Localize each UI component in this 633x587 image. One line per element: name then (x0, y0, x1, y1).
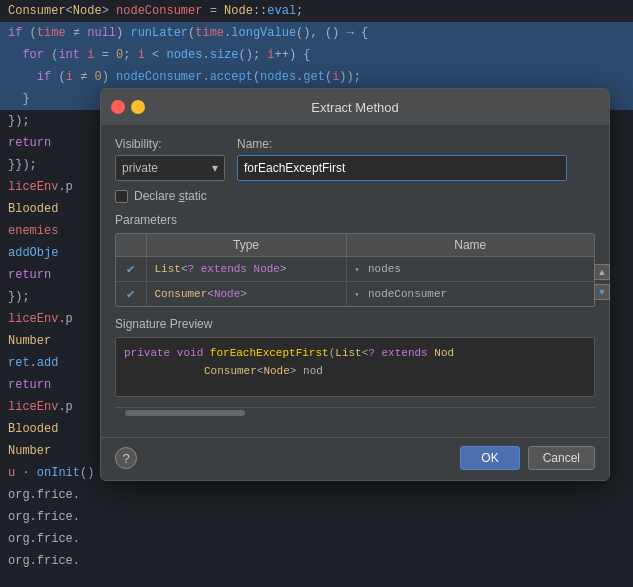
table-row: ✔ Consumer<Node> ▾ nodeConsumer (116, 282, 594, 307)
checkmark-icon: ✔ (127, 287, 135, 302)
code-line: org.frice. (0, 506, 633, 528)
code-line: if (i ≠ 0) nodeConsumer.accept(nodes.get… (0, 66, 633, 88)
col-checkbox (116, 234, 146, 257)
visibility-group: Visibility: private ▾ (115, 137, 225, 181)
field-row: Visibility: private ▾ Name: (115, 137, 595, 181)
help-button[interactable]: ? (115, 447, 137, 469)
scroll-down-button[interactable]: ▼ (594, 284, 610, 300)
row1-checkbox[interactable]: ✔ (116, 257, 146, 282)
dialog-footer: ? OK Cancel (101, 437, 609, 480)
dialog-body: Visibility: private ▾ Name: Declare stat… (101, 125, 609, 437)
code-line: for (int i = 0; i < nodes.size(); i++) { (0, 44, 633, 66)
name-group: Name: (237, 137, 567, 181)
cancel-button[interactable]: Cancel (528, 446, 595, 470)
close-button[interactable] (111, 100, 125, 114)
extract-method-dialog: Extract Method Visibility: private ▾ Nam… (100, 88, 610, 481)
sig-line-1: private void forEachExceptFirst(List<? e… (124, 344, 586, 362)
visibility-value: private (122, 161, 158, 175)
ok-button[interactable]: OK (460, 446, 519, 470)
footer-actions: OK Cancel (460, 446, 595, 470)
horizontal-scrollbar[interactable] (115, 407, 595, 417)
col-type: Type (146, 234, 346, 257)
parameters-table-wrap: Type Name ✔ List<? extends Node> ▾ nodes… (115, 233, 595, 307)
code-line: Consumer<Node> nodeConsumer = Node::eval… (0, 0, 633, 22)
declare-static-checkbox[interactable] (115, 190, 128, 203)
dropdown-arrow-icon: ▾ (212, 161, 218, 175)
row1-name: ▾ nodes (346, 257, 594, 282)
col-name: Name (346, 234, 594, 257)
visibility-label: Visibility: (115, 137, 225, 151)
code-line: org.frice. (0, 528, 633, 550)
signature-preview-label: Signature Preview (115, 317, 595, 331)
scroll-arrows: ▲ ▼ (594, 264, 610, 300)
sig-line-2: Consumer<Node> nod (124, 362, 586, 380)
name-label: Name: (237, 137, 567, 151)
row1-type: List<? extends Node> (146, 257, 346, 282)
question-mark-icon: ? (122, 451, 129, 466)
declare-static-row: Declare static (115, 189, 595, 203)
parameters-table: Type Name ✔ List<? extends Node> ▾ nodes… (116, 234, 594, 306)
code-line: if (time ≠ null) runLater(time.longValue… (0, 22, 633, 44)
row2-type: Consumer<Node> (146, 282, 346, 307)
method-name-input[interactable] (237, 155, 567, 181)
row2-checkbox[interactable]: ✔ (116, 282, 146, 307)
signature-preview-area: private void forEachExceptFirst(List<? e… (115, 337, 595, 397)
checkmark-icon: ✔ (127, 262, 135, 277)
scrollbar-thumb (125, 410, 245, 416)
minimize-button[interactable] (131, 100, 145, 114)
parameters-section-label: Parameters (115, 213, 595, 227)
visibility-select[interactable]: private ▾ (115, 155, 225, 181)
dialog-titlebar: Extract Method (101, 89, 609, 125)
code-line: org.frice. (0, 550, 633, 572)
table-row: ✔ List<? extends Node> ▾ nodes (116, 257, 594, 282)
scroll-up-button[interactable]: ▲ (594, 264, 610, 280)
row2-name: ▾ nodeConsumer (346, 282, 594, 307)
title-buttons (111, 100, 145, 114)
dialog-title: Extract Method (311, 100, 398, 115)
declare-static-label: Declare static (134, 189, 207, 203)
code-line: org.frice. (0, 484, 633, 506)
